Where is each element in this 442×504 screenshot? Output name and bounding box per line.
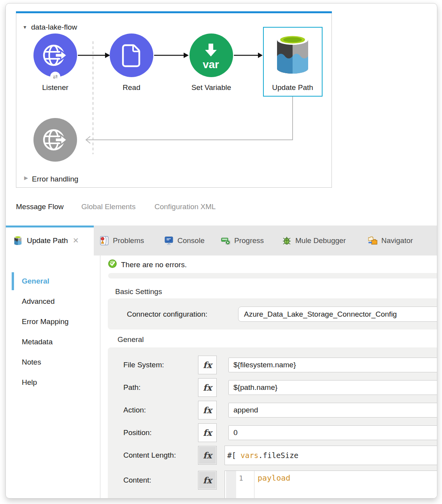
bug-icon bbox=[282, 236, 292, 246]
tab-update-path[interactable]: Update Path ✕ bbox=[6, 226, 94, 256]
tab-progress[interactable]: Progress bbox=[221, 226, 264, 256]
content-length-fx-button[interactable]: fx bbox=[198, 446, 217, 465]
listener-exchange-badge: ⇄ bbox=[50, 72, 60, 82]
action-input[interactable] bbox=[228, 403, 437, 418]
progress-icon bbox=[221, 236, 231, 246]
tab-navigator[interactable]: Navigator bbox=[368, 226, 413, 256]
editor-code-payload: payload bbox=[258, 473, 290, 483]
editor-line-number: 1 bbox=[239, 474, 243, 482]
flow-node-read[interactable] bbox=[110, 33, 153, 77]
tab-navigator-label: Navigator bbox=[381, 236, 413, 245]
canvas-accent-bar bbox=[16, 11, 332, 13]
content-length-label: Content Length: bbox=[123, 451, 176, 460]
sidebar-item-help[interactable]: Help bbox=[22, 378, 37, 387]
set-variable-icon: var bbox=[189, 33, 233, 77]
app-card: ▼ data-lake-flow ⇄ Listener bbox=[5, 3, 437, 499]
position-label: Position: bbox=[123, 428, 152, 437]
azure-data-lake-icon bbox=[14, 236, 22, 245]
tab-configuration-xml[interactable]: Configuration XML bbox=[154, 203, 216, 211]
file-system-fx-button[interactable]: fx bbox=[198, 356, 217, 374]
error-handling-label: Error handling bbox=[32, 175, 78, 183]
connector-configuration-label: Connector configuration: bbox=[127, 310, 207, 319]
node-label-read: Read bbox=[93, 83, 170, 92]
problems-icon bbox=[99, 236, 109, 246]
svg-text:var: var bbox=[203, 58, 219, 70]
section-title-general: General bbox=[118, 335, 144, 344]
basic-settings-group: Connector configuration: bbox=[108, 298, 437, 330]
expression-open: #[ bbox=[227, 451, 240, 460]
position-input[interactable] bbox=[228, 425, 437, 440]
sidebar-active-indicator bbox=[12, 272, 14, 290]
section-title-basic-settings: Basic Settings bbox=[115, 287, 162, 296]
action-label: Action: bbox=[123, 406, 146, 414]
flow-node-set-variable[interactable]: var bbox=[189, 33, 233, 77]
content-code-editor[interactable]: 1 payload bbox=[225, 471, 437, 499]
tab-global-elements[interactable]: Global Elements bbox=[81, 203, 135, 211]
globe-arrow-icon bbox=[33, 118, 77, 162]
status-message: There are no errors. bbox=[121, 261, 187, 269]
sidebar-item-metadata[interactable]: Metadata bbox=[22, 338, 53, 346]
sidebar-item-advanced[interactable]: Advanced bbox=[22, 297, 55, 306]
tab-mule-debugger[interactable]: Mule Debugger bbox=[282, 226, 346, 256]
error-handling-expand-icon[interactable]: ▶ bbox=[24, 175, 28, 181]
node-label-set-variable: Set Variable bbox=[172, 83, 250, 92]
node-label-update-path: Update Path bbox=[254, 83, 332, 92]
connector-configuration-select[interactable] bbox=[238, 307, 437, 322]
flow-node-update-path[interactable] bbox=[274, 33, 311, 75]
tab-update-path-label: Update Path bbox=[27, 236, 68, 245]
flow-title: data-lake-flow bbox=[31, 23, 77, 32]
azure-data-lake-icon bbox=[274, 33, 311, 75]
path-input[interactable] bbox=[228, 380, 437, 395]
editor-gutter-line bbox=[254, 471, 254, 499]
tab-console[interactable]: Console bbox=[164, 226, 205, 256]
tab-message-flow[interactable]: Message Flow bbox=[16, 203, 64, 211]
flow-node-listener[interactable] bbox=[33, 33, 77, 77]
close-icon[interactable]: ✕ bbox=[73, 236, 79, 245]
tab-console-label: Console bbox=[177, 236, 205, 245]
panel-divider bbox=[100, 256, 100, 498]
expression-prop: fileSize bbox=[263, 451, 299, 460]
no-errors-check-icon bbox=[108, 259, 117, 268]
editor-ruler bbox=[226, 471, 236, 499]
file-system-label: File System: bbox=[123, 361, 164, 369]
expression-vars: vars bbox=[240, 451, 258, 460]
sidebar-item-general[interactable]: General bbox=[22, 277, 49, 285]
tab-problems[interactable]: Problems bbox=[99, 226, 144, 256]
file-system-input[interactable] bbox=[228, 358, 437, 372]
sidebar-item-error-mapping[interactable]: Error Mapping bbox=[22, 317, 68, 326]
position-fx-button[interactable]: fx bbox=[198, 423, 217, 442]
anypoint-studio-window: ▼ data-lake-flow ⇄ Listener bbox=[0, 0, 442, 504]
document-icon bbox=[110, 33, 153, 77]
tab-problems-label: Problems bbox=[113, 236, 144, 245]
path-label: Path: bbox=[123, 383, 140, 392]
node-label-listener: Listener bbox=[16, 83, 94, 92]
view-tabstrip: Update Path ✕ Problems Console bbox=[6, 226, 437, 256]
sidebar-item-notes[interactable]: Notes bbox=[22, 358, 41, 367]
folders-icon bbox=[368, 236, 378, 246]
content-label: Content: bbox=[123, 476, 151, 485]
tab-mule-debugger-label: Mule Debugger bbox=[295, 236, 346, 245]
content-length-expression-input[interactable]: #[ vars.fileSize bbox=[225, 446, 437, 465]
general-group: File System: fx Path: fx Action: fx Posi… bbox=[108, 347, 437, 499]
path-fx-button[interactable]: fx bbox=[198, 378, 217, 397]
flow-node-error-listener[interactable] bbox=[33, 118, 77, 162]
message-flow-canvas: ▼ data-lake-flow ⇄ Listener bbox=[16, 11, 332, 188]
action-fx-button[interactable]: fx bbox=[198, 401, 217, 419]
content-fx-button[interactable]: fx bbox=[198, 471, 217, 490]
tab-progress-label: Progress bbox=[234, 236, 264, 245]
expression-dot: . bbox=[258, 451, 263, 460]
scrolled-group-strip bbox=[108, 273, 437, 278]
console-icon bbox=[164, 236, 174, 246]
flow-collapse-icon[interactable]: ▼ bbox=[23, 25, 27, 30]
globe-arrow-icon bbox=[33, 33, 77, 77]
